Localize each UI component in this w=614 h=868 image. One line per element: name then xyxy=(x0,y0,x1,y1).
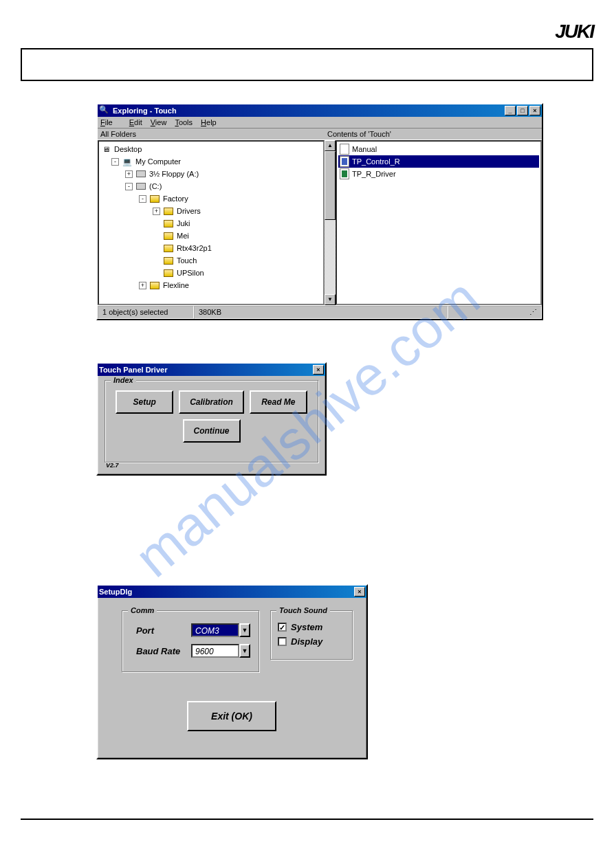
display-checkbox-row[interactable]: Display xyxy=(278,636,345,647)
file-label: TP_Control_R xyxy=(352,157,400,166)
folder-icon xyxy=(164,245,173,252)
status-selected: 1 object(s) selected xyxy=(98,306,194,319)
setup-dialog: SetupDlg × Comm Port COM3 ▼ Baud Rate 96… xyxy=(96,584,368,759)
system-checkbox-row[interactable]: ✓ System xyxy=(278,622,345,632)
tpdriver-titlebar[interactable]: Touch Panel Driver × xyxy=(98,364,325,376)
tree-label: UPSilon xyxy=(177,267,204,279)
menu-edit[interactable]: Edit xyxy=(129,118,142,126)
scroll-down-icon[interactable]: ▼ xyxy=(325,294,336,305)
close-button[interactable]: × xyxy=(529,106,540,115)
menu-help[interactable]: Help xyxy=(201,118,217,126)
folder-icon xyxy=(150,195,160,203)
tree-label: Drivers xyxy=(177,205,201,217)
collapse-icon[interactable]: - xyxy=(111,158,119,166)
index-groupbox: Index Setup Calibration Read Me Continue xyxy=(105,380,318,463)
file-manual[interactable]: Manual xyxy=(338,143,539,155)
tpdriver-title: Touch Panel Driver xyxy=(99,366,167,374)
tree-label: Rtx43r2p1 xyxy=(177,242,212,254)
expand-icon[interactable]: + xyxy=(125,170,133,178)
tree-label: Factory xyxy=(163,192,188,205)
tree-scrollbar[interactable]: ▲ ▼ xyxy=(325,140,336,305)
tree-touch[interactable]: Touch xyxy=(100,254,322,267)
desktop-icon: 🖥 xyxy=(100,144,111,154)
readme-button[interactable]: Read Me xyxy=(250,390,307,414)
explorer-statusbar: 1 object(s) selected 380KB ⋰ xyxy=(98,305,542,319)
file-label: TP_R_Driver xyxy=(352,170,396,178)
tree-label: Flexline xyxy=(163,279,189,291)
version-label: V2.7 xyxy=(106,462,119,469)
floppy-icon xyxy=(136,170,146,177)
driver-icon xyxy=(340,168,349,179)
collapse-icon[interactable]: - xyxy=(125,183,133,190)
explorer-menubar: File Edit View Tools Help xyxy=(98,117,542,128)
explorer-titlebar[interactable]: 🔍 Exploring - Touch _ □ × xyxy=(98,104,542,117)
folder-tree-pane[interactable]: 🖥Desktop -💻My Computer +3½ Floppy (A:) -… xyxy=(98,140,325,305)
contents-header: Contents of 'Touch' xyxy=(325,128,542,140)
comm-groupbox: Comm Port COM3 ▼ Baud Rate 9600 ▼ xyxy=(122,610,259,672)
status-grip[interactable]: ⋰ xyxy=(448,306,542,319)
tree-desktop[interactable]: 🖥Desktop xyxy=(100,143,322,155)
tree-label: My Computer xyxy=(135,155,181,168)
file-list-pane[interactable]: Manual TP_Control_R TP_R_Driver xyxy=(336,140,542,305)
port-value[interactable]: COM3 xyxy=(191,623,239,637)
tree-floppy[interactable]: +3½ Floppy (A:) xyxy=(100,168,322,180)
tree-mycomputer[interactable]: -💻My Computer xyxy=(100,155,322,168)
status-size: 380KB xyxy=(194,306,448,319)
tree-rtx[interactable]: Rtx43r2p1 xyxy=(100,242,322,254)
tree-mei[interactable]: Mei xyxy=(100,230,322,242)
file-tp-control[interactable]: TP_Control_R xyxy=(338,155,539,168)
folder-icon xyxy=(164,220,173,227)
port-label: Port xyxy=(136,625,191,636)
file-tp-driver[interactable]: TP_R_Driver xyxy=(338,168,539,180)
checkbox-checked-icon[interactable]: ✓ xyxy=(278,623,287,632)
display-label: Display xyxy=(291,636,322,647)
tree-label: Desktop xyxy=(114,143,142,155)
file-label: Manual xyxy=(352,145,377,153)
continue-button[interactable]: Continue xyxy=(183,419,241,443)
tree-juki[interactable]: Juki xyxy=(100,217,322,230)
setupdlg-titlebar[interactable]: SetupDlg × xyxy=(98,586,366,598)
menu-tools[interactable]: Tools xyxy=(175,118,193,126)
tree-factory[interactable]: -Factory xyxy=(100,192,322,205)
expand-icon[interactable]: + xyxy=(139,282,146,289)
folder-icon xyxy=(164,208,173,215)
drive-icon xyxy=(136,183,146,190)
setup-button[interactable]: Setup xyxy=(116,390,173,414)
checkbox-unchecked-icon[interactable] xyxy=(278,637,287,646)
port-combobox[interactable]: COM3 ▼ xyxy=(191,623,250,637)
expand-icon[interactable]: + xyxy=(153,208,160,215)
baud-label: Baud Rate xyxy=(136,646,191,656)
baud-value[interactable]: 9600 xyxy=(191,644,239,658)
minimize-button[interactable]: _ xyxy=(505,106,516,115)
comm-label: Comm xyxy=(128,606,157,614)
tree-flexline[interactable]: +Flexline xyxy=(100,279,322,291)
tree-upsilon[interactable]: UPSilon xyxy=(100,267,322,279)
close-button[interactable]: × xyxy=(313,365,324,375)
juki-logo: JUKI xyxy=(555,21,593,43)
menu-view[interactable]: View xyxy=(151,118,167,126)
baud-combobox[interactable]: 9600 ▼ xyxy=(191,644,250,658)
index-label: Index xyxy=(111,376,136,384)
scroll-thumb[interactable] xyxy=(325,151,336,220)
collapse-icon[interactable]: - xyxy=(139,195,146,203)
folder-icon xyxy=(164,269,173,277)
menu-file[interactable]: File xyxy=(100,118,121,126)
document-icon xyxy=(340,144,349,155)
folder-icon xyxy=(150,282,160,289)
maximize-button[interactable]: □ xyxy=(517,106,528,115)
folder-open-icon xyxy=(164,257,173,265)
scroll-up-icon[interactable]: ▲ xyxy=(325,140,336,151)
calibration-button[interactable]: Calibration xyxy=(179,390,244,414)
tree-drivers[interactable]: +Drivers xyxy=(100,205,322,217)
touch-sound-label: Touch Sound xyxy=(276,606,330,614)
tree-label: 3½ Floppy (A:) xyxy=(149,168,199,180)
explorer-window: 🔍 Exploring - Touch _ □ × File Edit View… xyxy=(96,103,543,320)
tree-cdrive[interactable]: -(C:) xyxy=(100,180,322,192)
dropdown-icon[interactable]: ▼ xyxy=(239,644,250,658)
dropdown-icon[interactable]: ▼ xyxy=(239,623,250,637)
tree-label: Juki xyxy=(177,217,190,230)
touch-sound-groupbox: Touch Sound ✓ System Display xyxy=(270,610,353,660)
magnifier-icon: 🔍 xyxy=(99,105,110,116)
close-button[interactable]: × xyxy=(354,587,365,597)
exit-ok-button[interactable]: Exit (OK) xyxy=(187,701,276,731)
